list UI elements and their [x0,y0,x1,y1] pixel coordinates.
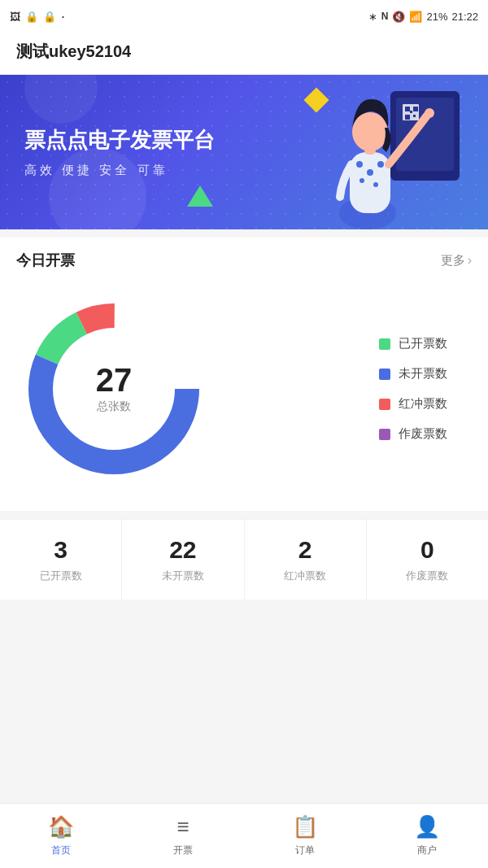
donut-chart: 27 总张数 [16,291,211,486]
stat-value: 22 [130,536,235,564]
svg-point-10 [356,161,363,168]
svg-rect-7 [410,111,412,113]
legend-dot [379,429,390,440]
chart-legend: 已开票数 未开票数 红冲票数 作废票数 [379,336,464,442]
more-label: 更多 [441,253,465,268]
stat-value: 3 [8,536,113,564]
stat-item: 2 红冲票数 [245,520,367,600]
more-button[interactable]: 更多 › [441,253,472,268]
stat-item: 3 已开票数 [0,520,122,600]
legend-dot [379,369,390,380]
bottom-nav: 🏠 首页 ≡ 开票 📋 订单 👤 商户 [0,803,488,868]
today-section: 今日开票 更多 › 27 [0,238,488,511]
svg-rect-6 [413,115,416,117]
legend-item: 已开票数 [379,336,447,351]
stat-item: 0 作废票数 [367,520,488,600]
total-count: 27 [96,364,133,396]
stat-value: 0 [375,536,480,564]
stat-value: 2 [253,536,358,564]
stat-label: 作废票数 [375,569,480,583]
nav-label: 订单 [295,844,315,857]
legend-item: 红冲票数 [379,396,447,412]
battery-text: 21% [426,11,447,23]
legend-dot [379,338,390,350]
section-title: 今日开票 [16,251,75,270]
stat-label: 未开票数 [130,569,235,583]
svg-rect-5 [405,115,410,120]
lock2-icon: 🔒 [43,11,56,23]
nav-item-首页[interactable]: 🏠 首页 [0,804,122,868]
nav-item-商户[interactable]: 👤 商户 [366,804,488,868]
header: 测试ukey52104 [0,33,488,75]
donut-center: 27 总张数 [96,364,133,414]
legend-label: 红冲票数 [399,396,447,412]
status-right: ∗ N 🔇 📶 21% 21:22 [368,11,478,23]
status-bar: 🖼 🔒 🔒 · ∗ N 🔇 📶 21% 21:22 [0,0,488,33]
nfc-icon: N [381,11,389,22]
legend-label: 作废票数 [399,426,447,442]
nav-icon: 📋 [292,814,318,840]
svg-point-13 [359,178,364,183]
svg-point-12 [377,161,384,168]
stat-item: 22 未开票数 [122,520,244,600]
nav-item-订单[interactable]: 📋 订单 [244,804,366,868]
svg-point-14 [373,182,378,187]
svg-point-17 [425,108,434,118]
banner-text: 票点点电子发票平台 高效 便捷 安全 可靠 [24,126,215,178]
nav-item-开票[interactable]: ≡ 开票 [122,804,244,868]
nav-icon: 🏠 [48,814,74,840]
stats-row: 3 已开票数 22 未开票数 2 红冲票数 0 作废票数 [0,519,488,600]
svg-rect-4 [413,107,418,111]
legend-item: 作废票数 [379,426,447,442]
legend-label: 未开票数 [399,366,447,382]
dot-icon: · [61,8,65,25]
svg-rect-3 [405,107,410,111]
svg-rect-9 [350,152,390,213]
lock-icon: 🔒 [25,11,38,23]
total-label: 总张数 [96,399,133,414]
legend-dot [379,399,390,410]
nav-icon: ≡ [176,814,189,840]
time-display: 21:22 [451,11,478,23]
photo-icon: 🖼 [10,11,20,23]
status-left: 🖼 🔒 🔒 · [10,8,65,25]
bluetooth-icon: ∗ [368,11,377,23]
legend-item: 未开票数 [379,366,447,382]
banner-subtitle: 高效 便捷 安全 可靠 [24,163,215,178]
svg-point-16 [352,112,388,151]
banner-figure [309,83,472,229]
chevron-right-icon: › [468,253,472,268]
nav-label: 开票 [173,844,193,857]
banner-green-triangle [187,185,213,207]
mute-icon: 🔇 [392,11,405,23]
section-header: 今日开票 更多 › [16,251,472,270]
stat-label: 红冲票数 [253,569,358,583]
nav-icon: 👤 [414,814,440,840]
svg-point-11 [367,169,373,176]
nav-label: 商户 [417,844,437,857]
wifi-icon: 📶 [409,11,422,23]
nav-label: 首页 [51,844,71,857]
legend-label: 已开票数 [399,336,447,351]
page-title: 测试ukey52104 [16,42,131,60]
stat-label: 已开票数 [8,569,113,583]
banner-title: 票点点电子发票平台 [24,126,215,155]
chart-area: 27 总张数 已开票数 未开票数 红冲票数 作废票数 [16,283,472,495]
banner: 票点点电子发票平台 高效 便捷 安全 可靠 [0,75,488,229]
